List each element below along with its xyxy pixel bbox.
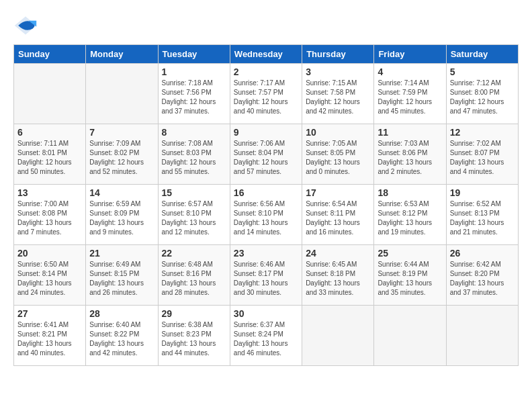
calendar-cell: 2Sunrise: 7:17 AM Sunset: 7:57 PM Daylig… — [230, 64, 302, 124]
calendar-cell: 29Sunrise: 6:38 AM Sunset: 8:23 PM Dayli… — [158, 306, 230, 366]
day-info: Sunrise: 7:12 AM Sunset: 8:00 PM Dayligh… — [450, 79, 515, 116]
calendar-week-row: 20Sunrise: 6:50 AM Sunset: 8:14 PM Dayli… — [14, 245, 519, 306]
day-info: Sunrise: 6:59 AM Sunset: 8:09 PM Dayligh… — [89, 199, 154, 237]
calendar-cell: 13Sunrise: 7:00 AM Sunset: 8:08 PM Dayli… — [14, 185, 86, 245]
calendar-cell: 19Sunrise: 6:52 AM Sunset: 8:13 PM Dayli… — [446, 185, 518, 245]
day-number: 5 — [450, 66, 515, 77]
calendar-cell — [302, 306, 374, 366]
calendar-cell: 30Sunrise: 6:37 AM Sunset: 8:24 PM Dayli… — [230, 306, 302, 366]
calendar-cell: 10Sunrise: 7:05 AM Sunset: 8:05 PM Dayli… — [302, 124, 374, 185]
day-number: 3 — [306, 66, 370, 77]
day-info: Sunrise: 6:57 AM Sunset: 8:10 PM Dayligh… — [162, 199, 226, 237]
calendar-cell: 24Sunrise: 6:45 AM Sunset: 8:18 PM Dayli… — [302, 245, 374, 306]
calendar-table: SundayMondayTuesdayWednesdayThursdayFrid… — [13, 44, 519, 366]
calendar-cell — [446, 306, 518, 366]
calendar-cell: 27Sunrise: 6:41 AM Sunset: 8:21 PM Dayli… — [14, 306, 86, 366]
calendar-cell: 7Sunrise: 7:09 AM Sunset: 8:02 PM Daylig… — [86, 124, 158, 185]
calendar-cell: 14Sunrise: 6:59 AM Sunset: 8:09 PM Dayli… — [86, 185, 158, 245]
day-number: 4 — [378, 66, 442, 77]
day-info: Sunrise: 6:56 AM Sunset: 8:10 PM Dayligh… — [234, 199, 298, 237]
day-number: 6 — [17, 127, 82, 138]
day-info: Sunrise: 6:44 AM Sunset: 8:19 PM Dayligh… — [378, 260, 442, 298]
day-number: 21 — [89, 248, 154, 259]
day-info: Sunrise: 7:02 AM Sunset: 8:07 PM Dayligh… — [450, 139, 515, 177]
weekday-header-monday: Monday — [86, 45, 158, 64]
day-number: 12 — [450, 127, 515, 138]
day-number: 18 — [378, 187, 442, 198]
calendar-cell: 4Sunrise: 7:14 AM Sunset: 7:59 PM Daylig… — [374, 64, 446, 124]
logo-icon — [13, 13, 38, 38]
day-number: 23 — [234, 248, 298, 259]
day-number: 10 — [306, 127, 370, 138]
calendar-cell: 23Sunrise: 6:46 AM Sunset: 8:17 PM Dayli… — [230, 245, 302, 306]
calendar-cell: 11Sunrise: 7:03 AM Sunset: 8:06 PM Dayli… — [374, 124, 446, 185]
day-number: 11 — [378, 127, 442, 138]
day-info: Sunrise: 7:15 AM Sunset: 7:58 PM Dayligh… — [306, 79, 370, 116]
calendar-cell: 15Sunrise: 6:57 AM Sunset: 8:10 PM Dayli… — [158, 185, 230, 245]
day-info: Sunrise: 6:48 AM Sunset: 8:16 PM Dayligh… — [162, 260, 226, 298]
weekday-header-sunday: Sunday — [14, 45, 86, 64]
day-number: 25 — [378, 248, 442, 259]
calendar-cell: 8Sunrise: 7:08 AM Sunset: 8:03 PM Daylig… — [158, 124, 230, 185]
day-number: 7 — [89, 127, 154, 138]
day-info: Sunrise: 6:38 AM Sunset: 8:23 PM Dayligh… — [162, 320, 226, 358]
day-number: 27 — [17, 308, 82, 319]
day-number: 8 — [162, 127, 226, 138]
day-info: Sunrise: 7:08 AM Sunset: 8:03 PM Dayligh… — [162, 139, 226, 177]
day-info: Sunrise: 6:53 AM Sunset: 8:12 PM Dayligh… — [378, 199, 442, 237]
calendar-cell — [374, 306, 446, 366]
day-number: 20 — [17, 248, 82, 259]
day-number: 2 — [234, 66, 298, 77]
day-number: 14 — [89, 187, 154, 198]
calendar-cell: 25Sunrise: 6:44 AM Sunset: 8:19 PM Dayli… — [374, 245, 446, 306]
day-info: Sunrise: 6:54 AM Sunset: 8:11 PM Dayligh… — [306, 199, 370, 237]
calendar-cell — [14, 64, 86, 124]
weekday-header-friday: Friday — [374, 45, 446, 64]
weekday-header-wednesday: Wednesday — [230, 45, 302, 64]
day-number: 26 — [450, 248, 515, 259]
day-number: 13 — [17, 187, 82, 198]
day-info: Sunrise: 7:05 AM Sunset: 8:05 PM Dayligh… — [306, 139, 370, 177]
day-info: Sunrise: 6:42 AM Sunset: 8:20 PM Dayligh… — [450, 260, 515, 298]
logo — [13, 13, 40, 38]
day-info: Sunrise: 6:37 AM Sunset: 8:24 PM Dayligh… — [234, 320, 298, 358]
calendar-cell: 21Sunrise: 6:49 AM Sunset: 8:15 PM Dayli… — [86, 245, 158, 306]
day-info: Sunrise: 7:03 AM Sunset: 8:06 PM Dayligh… — [378, 139, 442, 177]
day-info: Sunrise: 7:18 AM Sunset: 7:56 PM Dayligh… — [162, 79, 226, 116]
day-info: Sunrise: 6:49 AM Sunset: 8:15 PM Dayligh… — [89, 260, 154, 298]
day-number: 17 — [306, 187, 370, 198]
page-header — [13, 13, 519, 38]
day-info: Sunrise: 6:46 AM Sunset: 8:17 PM Dayligh… — [234, 260, 298, 298]
weekday-header-tuesday: Tuesday — [158, 45, 230, 64]
calendar-cell: 12Sunrise: 7:02 AM Sunset: 8:07 PM Dayli… — [446, 124, 518, 185]
calendar-cell: 20Sunrise: 6:50 AM Sunset: 8:14 PM Dayli… — [14, 245, 86, 306]
day-info: Sunrise: 7:14 AM Sunset: 7:59 PM Dayligh… — [378, 79, 442, 116]
weekday-header-thursday: Thursday — [302, 45, 374, 64]
calendar-week-row: 13Sunrise: 7:00 AM Sunset: 8:08 PM Dayli… — [14, 185, 519, 245]
day-info: Sunrise: 6:40 AM Sunset: 8:22 PM Dayligh… — [89, 320, 154, 358]
day-info: Sunrise: 6:50 AM Sunset: 8:14 PM Dayligh… — [17, 260, 82, 298]
calendar-cell: 22Sunrise: 6:48 AM Sunset: 8:16 PM Dayli… — [158, 245, 230, 306]
day-number: 1 — [162, 66, 226, 77]
calendar-cell: 6Sunrise: 7:11 AM Sunset: 8:01 PM Daylig… — [14, 124, 86, 185]
calendar-week-row: 27Sunrise: 6:41 AM Sunset: 8:21 PM Dayli… — [14, 306, 519, 366]
calendar-cell: 16Sunrise: 6:56 AM Sunset: 8:10 PM Dayli… — [230, 185, 302, 245]
calendar-cell: 1Sunrise: 7:18 AM Sunset: 7:56 PM Daylig… — [158, 64, 230, 124]
calendar-cell — [86, 64, 158, 124]
calendar-cell: 28Sunrise: 6:40 AM Sunset: 8:22 PM Dayli… — [86, 306, 158, 366]
day-number: 16 — [234, 187, 298, 198]
calendar-cell: 5Sunrise: 7:12 AM Sunset: 8:00 PM Daylig… — [446, 64, 518, 124]
day-number: 22 — [162, 248, 226, 259]
day-info: Sunrise: 6:45 AM Sunset: 8:18 PM Dayligh… — [306, 260, 370, 298]
day-info: Sunrise: 7:09 AM Sunset: 8:02 PM Dayligh… — [89, 139, 154, 177]
calendar-cell: 3Sunrise: 7:15 AM Sunset: 7:58 PM Daylig… — [302, 64, 374, 124]
calendar-cell: 9Sunrise: 7:06 AM Sunset: 8:04 PM Daylig… — [230, 124, 302, 185]
weekday-header-row: SundayMondayTuesdayWednesdayThursdayFrid… — [14, 45, 519, 64]
day-info: Sunrise: 7:17 AM Sunset: 7:57 PM Dayligh… — [234, 79, 298, 116]
day-info: Sunrise: 6:52 AM Sunset: 8:13 PM Dayligh… — [450, 199, 515, 237]
day-number: 24 — [306, 248, 370, 259]
calendar-week-row: 6Sunrise: 7:11 AM Sunset: 8:01 PM Daylig… — [14, 124, 519, 185]
day-info: Sunrise: 6:41 AM Sunset: 8:21 PM Dayligh… — [17, 320, 82, 358]
day-info: Sunrise: 7:11 AM Sunset: 8:01 PM Dayligh… — [17, 139, 82, 177]
calendar-cell: 18Sunrise: 6:53 AM Sunset: 8:12 PM Dayli… — [374, 185, 446, 245]
